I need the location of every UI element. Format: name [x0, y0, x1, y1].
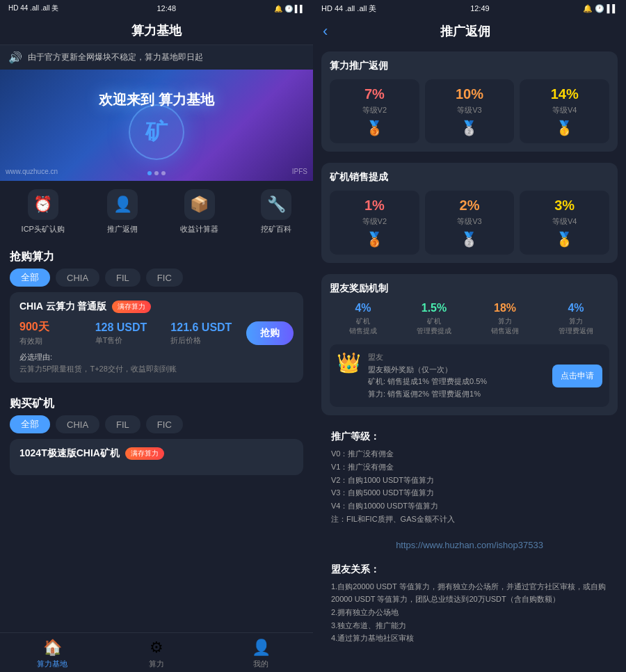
calc-icon: 📦: [184, 189, 215, 220]
filter-tab-fic-2[interactable]: FIC: [146, 415, 183, 433]
miner-badge: 满存算力: [125, 447, 164, 460]
apply-button[interactable]: 点击申请: [552, 365, 602, 387]
mining-v4-medal: 🥇: [525, 231, 604, 248]
ally-sub-2-2: 销售返佣: [472, 326, 538, 336]
mining-v3-item: 2% 等级V3 🥈: [425, 191, 515, 255]
quick-action-icp[interactable]: ⏰ ICP头矿认购: [22, 189, 65, 234]
hashrate-v4-level: 等级V4: [525, 105, 604, 115]
hashrate-v3-item: 10% 等级V3 🥈: [425, 79, 515, 143]
left-title: 算力基地: [131, 24, 182, 38]
quick-actions: ⏰ ICP头矿认购 👤 推广返佣 📦 收益计算器 🔧 挖矿百科: [0, 181, 313, 243]
ally-sub-3-1: 算力: [543, 317, 609, 326]
ally-sub-0-2: 销售提成: [330, 326, 396, 336]
mining-commission-title: 矿机销售提成: [330, 171, 609, 184]
quick-action-calc[interactable]: 📦 收益计算器: [180, 189, 218, 234]
discount-label: 折后价格: [170, 335, 246, 346]
ally-section: 盟友奖励机制 4% 矿机 销售提成 1.5% 矿机 管理费提成 18% 算力 销…: [321, 274, 618, 415]
mining-commission-grid: 1% 等级V2 🥉 2% 等级V3 🥈 3% 等级V4 🥇: [330, 191, 609, 255]
profile-nav-label: 我的: [253, 659, 268, 669]
home-nav-label: 算力基地: [37, 659, 67, 669]
notice-text: 由于官方更新全网爆块不稳定，算力基地即日起: [28, 51, 203, 63]
left-status-right: 🔔 🕐 ▌▌: [274, 5, 305, 13]
ally-bonus: 👑 盟友 盟友额外奖励（仅一次） 矿机: 销售提成1% 管理费提成0.5% 算力…: [330, 344, 609, 407]
buy-button[interactable]: 抢购: [246, 321, 294, 345]
hashrate-v2-item: 7% 等级V2 🥉: [330, 79, 419, 143]
ally-grid: 4% 矿机 销售提成 1.5% 矿机 管理费提成 18% 算力 销售返佣 4% …: [330, 302, 609, 336]
ally-rel-item-3: 4.通过算力基地社区审核: [331, 632, 608, 645]
dot-1: [147, 171, 152, 175]
banner-text: 欢迎来到 算力基地: [99, 90, 214, 109]
filter-tabs-2: 全部 CHIA FIL FIC: [0, 415, 313, 439]
mining-v2-medal: 🥉: [335, 231, 414, 248]
banner-dots: [147, 171, 166, 175]
quick-action-wiki[interactable]: 🔧 挖矿百科: [261, 189, 291, 234]
ally-rel-item-2: 3.独立布道、推广能力: [331, 619, 608, 632]
unit-price-stat: 128 USDT 单T售价: [95, 321, 171, 346]
banner: 欢迎来到 算力基地 矿 www.quzhuce.cn IPFS: [0, 70, 313, 181]
hashrate-commission-section: 算力推广返佣 7% 等级V2 🥉 10% 等级V3 🥈 14% 等级V4 🥇: [321, 51, 618, 152]
hashrate-nav-label: 算力: [149, 659, 164, 669]
ally-item-1: 1.5% 矿机 管理费提成: [401, 302, 467, 336]
mining-v3-level: 等级V3: [431, 216, 509, 227]
icp-icon: ⏰: [28, 189, 58, 220]
hashrate-nav-icon: ⚙: [150, 639, 163, 657]
back-button[interactable]: ‹: [323, 22, 328, 40]
validity-value: 900天: [19, 320, 95, 335]
ally-title: 盟友奖励机制: [330, 282, 609, 295]
banner-logo: 矿: [129, 104, 184, 160]
hashrate-v4-item: 14% 等级V4 🥇: [520, 79, 609, 143]
mining-v2-pct: 1%: [335, 198, 414, 214]
section-title-mining: 购买矿机: [0, 390, 313, 415]
watermark-area: https://www.huzhan.com/ishop37533: [313, 536, 626, 554]
filter-tab-fil-2[interactable]: FIL: [105, 415, 141, 433]
nav-item-hashrate[interactable]: ⚙ 算力: [104, 639, 209, 669]
ally-sub-1-1: 矿机: [401, 317, 467, 326]
unit-price-value: 128 USDT: [95, 321, 171, 334]
filter-tab-fic-1[interactable]: FIC: [146, 269, 183, 287]
miner-title: 1024T极速版CHIA矿机: [19, 447, 120, 460]
level-item-1: V1：推广没有佣金: [331, 461, 608, 474]
ally-bonus-item-0: 矿机: 销售提成1% 管理费提成0.5%: [368, 376, 545, 388]
ally-pct-3: 4%: [543, 302, 609, 314]
ally-item-3: 4% 算力 管理费返佣: [543, 302, 609, 336]
level-item-5: 注：FIL和FIC质押、GAS金额不计入: [331, 513, 608, 526]
mining-v2-level: 等级V2: [335, 216, 414, 227]
hashrate-v4-pct: 14%: [525, 86, 604, 102]
miner-card-header: 1024T极速版CHIA矿机 满存算力: [19, 447, 294, 460]
filter-tab-all-2[interactable]: 全部: [10, 415, 50, 433]
filter-tab-chia-1[interactable]: CHIA: [56, 269, 99, 287]
filter-tab-all-1[interactable]: 全部: [10, 269, 50, 287]
section-title-hashrate: 抢购算力: [0, 243, 313, 269]
product-card-miner: 1024T极速版CHIA矿机 满存算力: [10, 439, 303, 475]
nav-item-home[interactable]: 🏠 算力基地: [0, 639, 104, 669]
mining-commission-section: 矿机销售提成 1% 等级V2 🥉 2% 等级V3 🥈 3% 等级V4 🥇: [321, 163, 618, 263]
ally-sub-3-2: 管理费返佣: [543, 326, 609, 336]
left-panel: HD 44 .all .all 美 12:48 🔔 🕐 ▌▌ 算力基地 🔊 由于…: [0, 0, 313, 672]
mining-v4-level: 等级V4: [525, 216, 604, 227]
crown-icon: 👑: [337, 351, 361, 374]
unit-price-label: 单T售价: [95, 335, 171, 346]
left-status-left: HD 44 .all .all 美: [8, 3, 58, 13]
ally-item-2: 18% 算力 销售返佣: [472, 302, 538, 336]
quick-action-promo[interactable]: 👤 推广返佣: [107, 189, 138, 234]
filter-tabs-1: 全部 CHIA FIL FIC: [0, 269, 313, 292]
ally-item-0: 4% 矿机 销售提成: [330, 302, 396, 336]
sold-out-badge: 满存算力: [112, 301, 151, 313]
product-details: 900天 有效期 128 USDT 单T售价 121.6 USDT 折后价格 抢…: [19, 320, 294, 346]
ally-relations-section: 盟友关系： 1.自购20000 USDT 等值算力，拥有独立办公场所，并通过官方…: [321, 559, 618, 649]
filter-tab-chia-2[interactable]: CHIA: [56, 415, 99, 433]
nav-item-profile[interactable]: 👤 我的: [209, 639, 313, 669]
mining-v4-pct: 3%: [525, 198, 604, 214]
mining-v4-item: 3% 等级V4 🥇: [520, 191, 609, 255]
level-item-4: V4：自购10000 USDT等值算力: [331, 499, 608, 513]
filter-tab-fil-1[interactable]: FIL: [105, 269, 141, 287]
level-text: V0：推广没有佣金 V1：推广没有佣金 V2：自购1000 USDT等值算力 V…: [321, 447, 618, 529]
right-title: 推广返佣: [335, 23, 595, 40]
hashrate-commission-grid: 7% 等级V2 🥉 10% 等级V3 🥈 14% 等级V4 🥇: [330, 79, 609, 143]
wiki-icon: 🔧: [261, 189, 291, 220]
right-status-right: 🔔 🕐 ▌▌: [583, 4, 618, 13]
right-header: ‹ 推广返佣: [313, 17, 626, 46]
right-status-bar: HD 44 .all .all 美 12:49 🔔 🕐 ▌▌: [313, 0, 626, 17]
discount-stat: 121.6 USDT 折后价格: [170, 321, 246, 346]
banner-label-right: IPFS: [292, 168, 307, 175]
